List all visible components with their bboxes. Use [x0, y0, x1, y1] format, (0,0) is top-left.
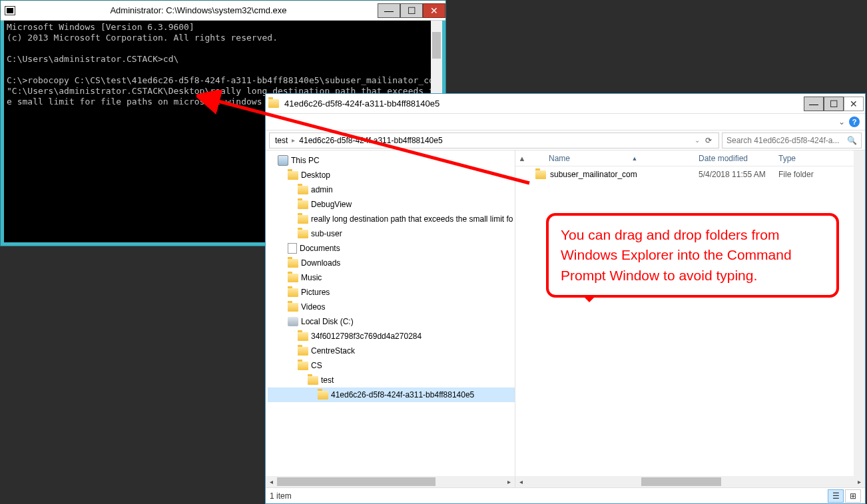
cmd-titlebar[interactable]: Administrator: C:\Windows\system32\cmd.e…: [1, 1, 445, 21]
folder-icon: [288, 171, 298, 180]
breadcrumb-test[interactable]: test: [272, 136, 290, 145]
maximize-button[interactable]: ☐: [824, 97, 844, 111]
up-arrow-icon[interactable]: ▲: [515, 154, 529, 162]
statusbar: 1 item ☰ ⊞: [266, 487, 865, 503]
tree-this-pc[interactable]: This PC: [268, 153, 515, 168]
scroll-right-icon[interactable]: ▸: [503, 476, 515, 487]
scroll-left-icon[interactable]: ◂: [266, 476, 277, 487]
downloads-icon: [288, 259, 298, 268]
ribbon-toggle-bar: ⌄ ?: [266, 114, 865, 130]
explorer-title: 41ed6c26-d5f8-424f-a311-bb4ff88140e5: [282, 99, 804, 109]
annotation-callout: You can drag and drop folders from Windo…: [546, 213, 839, 298]
tree-videos[interactable]: Videos: [268, 300, 515, 314]
explorer-window: 41ed6c26-d5f8-424f-a311-bb4ff88140e5 — ☐…: [265, 93, 866, 504]
search-box[interactable]: 🔍: [722, 132, 862, 148]
list-pane[interactable]: ▲ Name▲ Date modified Type subuser_maili…: [515, 150, 865, 487]
documents-icon: [288, 243, 297, 254]
folder-icon: [308, 376, 318, 385]
cmd-icon: [5, 6, 15, 15]
tree-debugview[interactable]: DebugView: [268, 197, 515, 212]
tree-downloads[interactable]: Downloads: [268, 256, 515, 270]
tree-test[interactable]: test: [268, 373, 515, 387]
folder-icon: [266, 99, 282, 108]
pc-icon: [278, 155, 288, 166]
list-scrollbar-h[interactable]: ◂ ▸: [515, 476, 865, 487]
tree-folder-guid1[interactable]: 34f6012798f3c769dd4a270284: [268, 329, 515, 344]
item-count: 1 item: [270, 491, 292, 501]
scroll-right-icon[interactable]: ▸: [854, 476, 865, 487]
disk-icon: [288, 317, 298, 326]
explorer-titlebar[interactable]: 41ed6c26-d5f8-424f-a311-bb4ff88140e5 — ☐…: [266, 94, 865, 114]
tree-desktop[interactable]: Desktop: [268, 168, 515, 182]
chevron-right-icon: ▸: [290, 136, 296, 144]
address-bar-row: test ▸ 41ed6c26-d5f8-424f-a311-bb4ff8814…: [266, 130, 865, 150]
tree-localdisk[interactable]: Local Disk (C:): [268, 314, 515, 329]
folder-icon: [298, 347, 308, 356]
videos-icon: [288, 303, 298, 312]
col-name[interactable]: Name▲: [529, 154, 699, 163]
minimize-button[interactable]: —: [378, 3, 400, 18]
callout-text: You can drag and drop folders from Windo…: [561, 227, 792, 283]
tree-folder-guid2[interactable]: 41ed6c26-d5f8-424f-a311-bb4ff88140e5: [268, 387, 515, 402]
item-type: File folder: [778, 170, 838, 179]
scroll-thumb[interactable]: [641, 477, 721, 486]
icons-view-button[interactable]: ⊞: [845, 489, 861, 503]
cmd-title: Administrator: C:\Windows\system32\cmd.e…: [19, 5, 378, 15]
maximize-button[interactable]: ☐: [400, 3, 423, 18]
music-icon: [288, 274, 298, 282]
close-button[interactable]: ✕: [844, 97, 864, 111]
scroll-thumb[interactable]: [277, 477, 435, 486]
col-type[interactable]: Type: [778, 154, 838, 163]
list-item[interactable]: subuser_mailinator_com 5/4/2018 11:55 AM…: [515, 166, 865, 182]
tree-longpath[interactable]: really long destination path that exceed…: [268, 212, 515, 226]
item-date: 5/4/2018 11:55 AM: [699, 170, 778, 179]
folder-icon: [298, 186, 308, 194]
tree-centrestack[interactable]: CentreStack: [268, 344, 515, 358]
chevron-down-icon[interactable]: ⌄: [838, 117, 845, 126]
tree-pane[interactable]: This PC Desktop admin DebugView really l…: [266, 150, 515, 487]
close-button[interactable]: ✕: [423, 3, 445, 18]
details-view-button[interactable]: ☰: [828, 489, 844, 503]
folder-icon: [298, 332, 308, 341]
chevron-down-icon[interactable]: ⌄: [693, 136, 701, 144]
scroll-thumb[interactable]: [432, 32, 441, 59]
col-date[interactable]: Date modified: [699, 154, 778, 163]
minimize-button[interactable]: —: [804, 97, 824, 111]
search-icon[interactable]: 🔍: [847, 136, 857, 145]
folder-icon: [298, 362, 308, 370]
search-input[interactable]: [726, 136, 847, 145]
list-header: ▲ Name▲ Date modified Type: [515, 150, 865, 166]
item-name: subuser_mailinator_com: [550, 170, 637, 179]
folder-icon: [298, 215, 308, 224]
help-icon[interactable]: ?: [849, 117, 860, 127]
refresh-icon[interactable]: ⟳: [701, 136, 716, 145]
breadcrumb-guid[interactable]: 41ed6c26-d5f8-424f-a311-bb4ff88140e5: [296, 136, 445, 145]
sort-asc-icon: ▲: [630, 155, 639, 162]
tree-cs[interactable]: CS: [268, 358, 515, 373]
scroll-left-icon[interactable]: ◂: [515, 476, 527, 487]
tree-scrollbar-h[interactable]: ◂ ▸: [266, 476, 515, 487]
tree-documents[interactable]: Documents: [268, 241, 515, 256]
address-bar[interactable]: test ▸ 41ed6c26-d5f8-424f-a311-bb4ff8814…: [269, 132, 719, 148]
folder-icon: [298, 230, 308, 238]
folder-icon: [318, 391, 328, 399]
tree-admin[interactable]: admin: [268, 182, 515, 197]
tree-subuser[interactable]: sub-user: [268, 226, 515, 241]
tree-music[interactable]: Music: [268, 270, 515, 285]
tree-pictures[interactable]: Pictures: [268, 285, 515, 300]
folder-icon: [298, 200, 308, 209]
pictures-icon: [288, 288, 298, 297]
list-scrollbar-v[interactable]: [854, 150, 865, 476]
folder-icon: [535, 170, 546, 179]
